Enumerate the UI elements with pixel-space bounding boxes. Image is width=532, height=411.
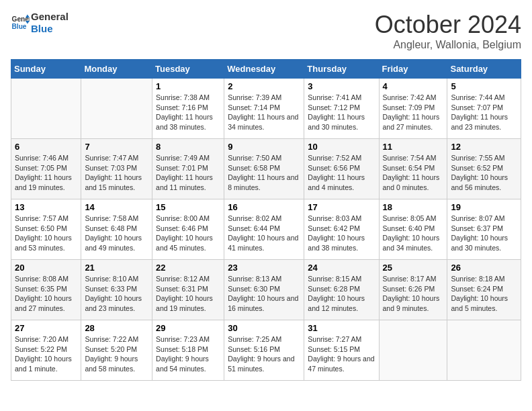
day-info: Sunrise: 8:10 AM Sunset: 6:33 PM Dayligh… (85, 274, 148, 314)
calendar-table: SundayMondayTuesdayWednesdayThursdayFrid… (11, 59, 521, 381)
calendar-cell: 2Sunrise: 7:39 AM Sunset: 7:14 PM Daylig… (224, 79, 304, 139)
day-number: 16 (228, 202, 300, 212)
day-info: Sunrise: 7:52 AM Sunset: 6:56 PM Dayligh… (308, 153, 375, 193)
calendar-cell: 6Sunrise: 7:46 AM Sunset: 7:05 PM Daylig… (11, 139, 81, 199)
page-header: General Blue General Blue October 2024 A… (11, 11, 521, 51)
calendar-cell: 24Sunrise: 8:15 AM Sunset: 6:28 PM Dayli… (304, 260, 379, 320)
calendar-cell: 18Sunrise: 8:05 AM Sunset: 6:40 PM Dayli… (379, 199, 447, 260)
day-number: 27 (15, 323, 77, 333)
calendar-cell: 5Sunrise: 7:44 AM Sunset: 7:07 PM Daylig… (447, 79, 521, 139)
day-number: 13 (15, 202, 77, 212)
calendar-week-3: 13Sunrise: 7:57 AM Sunset: 6:50 PM Dayli… (11, 199, 521, 260)
month-title: October 2024 (375, 11, 521, 39)
day-info: Sunrise: 8:13 AM Sunset: 6:30 PM Dayligh… (228, 274, 300, 314)
day-info: Sunrise: 7:23 AM Sunset: 5:18 PM Dayligh… (156, 334, 220, 374)
day-info: Sunrise: 7:58 AM Sunset: 6:48 PM Dayligh… (85, 214, 148, 253)
day-number: 9 (228, 142, 300, 152)
day-info: Sunrise: 8:18 AM Sunset: 6:24 PM Dayligh… (451, 274, 517, 314)
calendar-cell: 11Sunrise: 7:54 AM Sunset: 6:54 PM Dayli… (379, 139, 447, 199)
day-info: Sunrise: 7:55 AM Sunset: 6:52 PM Dayligh… (451, 153, 517, 193)
day-number: 7 (85, 142, 148, 152)
day-number: 25 (383, 263, 444, 273)
day-number: 17 (308, 202, 375, 212)
calendar-week-2: 6Sunrise: 7:46 AM Sunset: 7:05 PM Daylig… (11, 139, 521, 199)
day-number: 8 (156, 142, 220, 152)
weekday-header-wednesday: Wednesday (224, 60, 304, 79)
day-number: 24 (308, 263, 375, 273)
day-number: 12 (451, 142, 517, 152)
day-info: Sunrise: 8:00 AM Sunset: 6:46 PM Dayligh… (156, 214, 220, 253)
weekday-header-sunday: Sunday (11, 60, 81, 79)
calendar-cell: 17Sunrise: 8:03 AM Sunset: 6:42 PM Dayli… (304, 199, 379, 260)
day-info: Sunrise: 7:22 AM Sunset: 5:20 PM Dayligh… (85, 334, 148, 374)
day-info: Sunrise: 7:57 AM Sunset: 6:50 PM Dayligh… (15, 214, 77, 253)
day-info: Sunrise: 7:25 AM Sunset: 5:16 PM Dayligh… (228, 334, 300, 374)
day-info: Sunrise: 7:20 AM Sunset: 5:22 PM Dayligh… (15, 334, 77, 374)
day-info: Sunrise: 8:12 AM Sunset: 6:31 PM Dayligh… (156, 274, 220, 314)
weekday-header-saturday: Saturday (447, 60, 521, 79)
svg-text:Blue: Blue (12, 23, 27, 30)
day-info: Sunrise: 8:08 AM Sunset: 6:35 PM Dayligh… (15, 274, 77, 314)
calendar-cell (379, 320, 447, 381)
day-number: 10 (308, 142, 375, 152)
calendar-week-4: 20Sunrise: 8:08 AM Sunset: 6:35 PM Dayli… (11, 260, 521, 320)
day-info: Sunrise: 7:47 AM Sunset: 7:03 PM Dayligh… (85, 153, 148, 193)
calendar-cell: 23Sunrise: 8:13 AM Sunset: 6:30 PM Dayli… (224, 260, 304, 320)
day-info: Sunrise: 7:42 AM Sunset: 7:09 PM Dayligh… (383, 93, 444, 132)
day-number: 23 (228, 263, 300, 273)
calendar-cell: 16Sunrise: 8:02 AM Sunset: 6:44 PM Dayli… (224, 199, 304, 260)
day-info: Sunrise: 8:03 AM Sunset: 6:42 PM Dayligh… (308, 214, 375, 253)
calendar-cell: 15Sunrise: 8:00 AM Sunset: 6:46 PM Dayli… (152, 199, 224, 260)
day-number: 18 (383, 202, 444, 212)
day-info: Sunrise: 7:38 AM Sunset: 7:16 PM Dayligh… (156, 93, 220, 132)
calendar-cell: 31Sunrise: 7:27 AM Sunset: 5:15 PM Dayli… (304, 320, 379, 381)
calendar-cell: 3Sunrise: 7:41 AM Sunset: 7:12 PM Daylig… (304, 79, 379, 139)
day-number: 22 (156, 263, 220, 273)
calendar-cell (447, 320, 521, 381)
day-info: Sunrise: 7:41 AM Sunset: 7:12 PM Dayligh… (308, 93, 375, 132)
day-number: 1 (156, 81, 220, 91)
calendar-cell: 27Sunrise: 7:20 AM Sunset: 5:22 PM Dayli… (11, 320, 81, 381)
day-info: Sunrise: 7:46 AM Sunset: 7:05 PM Dayligh… (15, 153, 77, 193)
day-number: 14 (85, 202, 148, 212)
calendar-cell: 14Sunrise: 7:58 AM Sunset: 6:48 PM Dayli… (81, 199, 152, 260)
calendar-cell (81, 79, 152, 139)
weekday-header-monday: Monday (81, 60, 152, 79)
day-number: 5 (451, 81, 517, 91)
calendar-cell: 12Sunrise: 7:55 AM Sunset: 6:52 PM Dayli… (447, 139, 521, 199)
day-number: 19 (451, 202, 517, 212)
calendar-cell: 26Sunrise: 8:18 AM Sunset: 6:24 PM Dayli… (447, 260, 521, 320)
day-info: Sunrise: 7:44 AM Sunset: 7:07 PM Dayligh… (451, 93, 517, 132)
day-info: Sunrise: 7:39 AM Sunset: 7:14 PM Dayligh… (228, 93, 300, 132)
day-number: 15 (156, 202, 220, 212)
calendar-cell: 22Sunrise: 8:12 AM Sunset: 6:31 PM Dayli… (152, 260, 224, 320)
calendar-body: 1Sunrise: 7:38 AM Sunset: 7:16 PM Daylig… (11, 79, 521, 381)
weekday-header-tuesday: Tuesday (152, 60, 224, 79)
calendar-cell: 1Sunrise: 7:38 AM Sunset: 7:16 PM Daylig… (152, 79, 224, 139)
day-number: 4 (383, 81, 444, 91)
calendar-cell: 13Sunrise: 7:57 AM Sunset: 6:50 PM Dayli… (11, 199, 81, 260)
day-info: Sunrise: 7:27 AM Sunset: 5:15 PM Dayligh… (308, 334, 375, 374)
calendar-cell: 9Sunrise: 7:50 AM Sunset: 6:58 PM Daylig… (224, 139, 304, 199)
logo: General Blue General Blue (11, 11, 69, 35)
day-info: Sunrise: 7:49 AM Sunset: 7:01 PM Dayligh… (156, 153, 220, 193)
calendar-week-1: 1Sunrise: 7:38 AM Sunset: 7:16 PM Daylig… (11, 79, 521, 139)
day-number: 29 (156, 323, 220, 333)
day-info: Sunrise: 8:15 AM Sunset: 6:28 PM Dayligh… (308, 274, 375, 314)
day-number: 20 (15, 263, 77, 273)
calendar-cell: 4Sunrise: 7:42 AM Sunset: 7:09 PM Daylig… (379, 79, 447, 139)
calendar-cell: 20Sunrise: 8:08 AM Sunset: 6:35 PM Dayli… (11, 260, 81, 320)
day-info: Sunrise: 8:02 AM Sunset: 6:44 PM Dayligh… (228, 214, 300, 253)
title-block: October 2024 Angleur, Wallonia, Belgium (375, 11, 521, 51)
day-number: 3 (308, 81, 375, 91)
day-info: Sunrise: 8:17 AM Sunset: 6:26 PM Dayligh… (383, 274, 444, 314)
logo-icon: General Blue (11, 13, 30, 32)
day-info: Sunrise: 7:50 AM Sunset: 6:58 PM Dayligh… (228, 153, 300, 193)
day-info: Sunrise: 7:54 AM Sunset: 6:54 PM Dayligh… (383, 153, 444, 193)
calendar-cell: 7Sunrise: 7:47 AM Sunset: 7:03 PM Daylig… (81, 139, 152, 199)
day-number: 6 (15, 142, 77, 152)
calendar-cell: 29Sunrise: 7:23 AM Sunset: 5:18 PM Dayli… (152, 320, 224, 381)
day-info: Sunrise: 8:07 AM Sunset: 6:37 PM Dayligh… (451, 214, 517, 253)
day-number: 21 (85, 263, 148, 273)
day-number: 11 (383, 142, 444, 152)
